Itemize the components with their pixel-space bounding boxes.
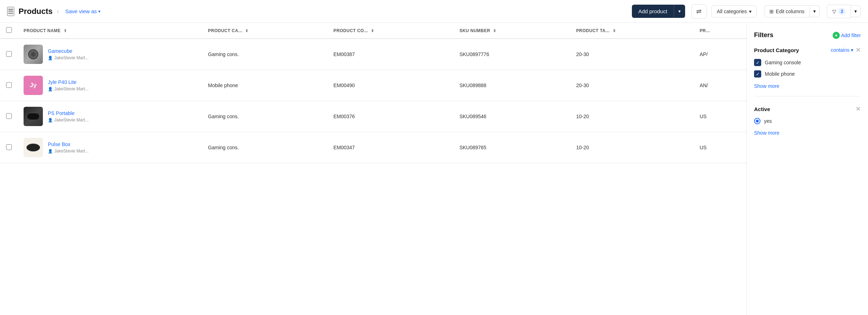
categories-dropdown[interactable]: All categories ▾ (712, 5, 757, 18)
add-filter-label: Add filter (841, 32, 861, 38)
product-image (24, 138, 43, 157)
owner-icon: 👤 (48, 149, 53, 154)
product-name-cell: Gamecube👤JakeStevie Mart... (18, 39, 202, 70)
filter-checkbox-gaming-console[interactable]: ✓ (754, 59, 761, 66)
filter-funnel-icon: ▽ (832, 9, 836, 14)
radio-dot-icon (756, 120, 759, 122)
filter-checkbox-mobile-phone[interactable]: ✓ (754, 70, 761, 78)
table-area: PRODUCT NAME ⬆ PRODUCT CA... ⬍ PRODUCT C… (0, 23, 747, 315)
filter-option-label-mobile-phone: Mobile phone (765, 71, 795, 77)
product-name-link[interactable]: Gamecube (48, 48, 89, 54)
col-header-pr[interactable]: PR... (694, 23, 747, 39)
sort-icon-sku: ⬍ (493, 29, 496, 33)
product-image (24, 45, 43, 64)
filter-radio-yes[interactable]: yes (754, 118, 861, 124)
product-pr-cell: US (694, 101, 747, 132)
sort-icon-product-name: ⬆ (64, 29, 67, 33)
product-code-cell: EM00387 (328, 39, 454, 70)
col-label-product-ta: PRODUCT TA... (576, 28, 610, 33)
edit-columns-arrow-button[interactable]: ▾ (810, 5, 820, 17)
col-header-product-name[interactable]: PRODUCT NAME ⬆ (18, 23, 202, 39)
chevron-down-icon: ▾ (98, 9, 100, 14)
show-more-button-category[interactable]: Show more (754, 83, 779, 89)
product-owner: 👤JakeStevie Mart... (48, 86, 89, 91)
product-name-link[interactable]: PS Portable (48, 110, 89, 116)
filter-option-gaming-console[interactable]: ✓ Gaming console (754, 59, 861, 66)
active-filters-button[interactable]: ▽ 2 (827, 5, 851, 18)
filter-radio-yes-label: yes (764, 118, 772, 124)
product-name-link[interactable]: Jyle P40 Lite (48, 79, 89, 85)
add-product-label: Add product (632, 5, 674, 18)
filter-count-badge: 2 (838, 8, 845, 15)
filter-active-close-button[interactable]: ✕ (855, 105, 861, 113)
sku-number-cell: SKU089765 (454, 132, 570, 163)
col-header-sku[interactable]: SKU NUMBER ⬍ (454, 23, 570, 39)
filter-radio-yes-indicator[interactable] (754, 118, 760, 124)
select-all-checkbox[interactable] (6, 27, 12, 33)
filter-section-product-category-header: Product Category contains ▾ ✕ (754, 46, 861, 54)
checkmark-icon-mobile: ✓ (756, 71, 760, 77)
col-header-product-ca[interactable]: PRODUCT CA... ⬍ (202, 23, 328, 39)
save-view-button[interactable]: Save view as ▾ (63, 7, 103, 16)
owner-icon: 👤 (48, 56, 53, 60)
product-tag-cell: 10-20 (570, 101, 694, 132)
active-filters-chevron-icon: ▾ (854, 9, 857, 14)
sort-icon-product-co: ⬍ (371, 29, 374, 33)
edit-columns-label: Edit columns (776, 9, 804, 14)
top-bar: ☰ Products › Save view as ▾ Add product … (0, 0, 868, 23)
product-name-link[interactable]: Pulse Box (48, 141, 89, 147)
product-code-cell: EM00490 (328, 70, 454, 101)
col-header-product-co[interactable]: PRODUCT CO... ⬍ (328, 23, 454, 39)
product-name-cell: PS Portable👤JakeStevie Mart... (18, 101, 202, 132)
filter-section-product-category: Product Category contains ▾ ✕ ✓ Gaming c… (754, 46, 861, 96)
filter-condition-button[interactable]: contains ▾ (831, 47, 853, 53)
edit-columns-button[interactable]: ⊞ Edit columns (764, 5, 810, 18)
filter-section-active-header: Active ✕ (754, 105, 861, 113)
categories-chevron-icon: ▾ (749, 9, 752, 14)
page-title: Products (19, 7, 53, 16)
row-checkbox[interactable] (6, 113, 12, 119)
product-category-cell: Gaming cons. (202, 39, 328, 70)
row-checkbox[interactable] (6, 82, 12, 88)
col-header-product-ta[interactable]: PRODUCT TA... ⬍ (570, 23, 694, 39)
product-category-cell: Gaming cons. (202, 132, 328, 163)
main-layout: PRODUCT NAME ⬆ PRODUCT CA... ⬍ PRODUCT C… (0, 23, 868, 315)
product-tag-cell: 10-20 (570, 132, 694, 163)
sort-icon-product-ca: ⬍ (245, 29, 248, 33)
col-label-sku: SKU NUMBER (459, 28, 490, 33)
product-image (24, 107, 43, 126)
filters-panel: Filters + Add filter Product Category co… (747, 23, 868, 315)
product-tag-cell: 20-30 (570, 39, 694, 70)
categories-label: All categories (717, 9, 747, 14)
product-pr-cell: AP/ (694, 39, 747, 70)
filter-category-close-button[interactable]: ✕ (855, 46, 861, 54)
product-owner: 👤JakeStevie Mart... (48, 118, 89, 122)
sku-number-cell: SKU0897776 (454, 39, 570, 70)
select-all-header[interactable] (0, 23, 18, 39)
product-pr-cell: AN/ (694, 70, 747, 101)
row-checkbox-cell (0, 132, 18, 163)
hamburger-icon[interactable]: ☰ (7, 7, 14, 16)
col-label-product-co: PRODUCT CO... (333, 28, 368, 33)
add-product-button[interactable]: Add product ▾ (632, 5, 685, 18)
show-more-button-active[interactable]: Show more (754, 130, 779, 136)
row-checkbox[interactable] (6, 144, 12, 150)
edit-columns-chevron-icon: ▾ (813, 9, 816, 14)
filter-option-mobile-phone[interactable]: ✓ Mobile phone (754, 70, 861, 78)
sku-number-cell: SKU089546 (454, 101, 570, 132)
filters-title: Filters (754, 31, 773, 39)
row-checkbox[interactable] (6, 51, 12, 57)
filter-toggle-button[interactable]: ⇌ (692, 4, 707, 19)
active-filters-arrow-button[interactable]: ▾ (851, 5, 861, 17)
owner-label: JakeStevie Mart... (54, 86, 89, 91)
add-filter-button[interactable]: + Add filter (833, 32, 861, 39)
owner-label: JakeStevie Mart... (54, 149, 89, 154)
product-tag-cell: 20-30 (570, 70, 694, 101)
filter-condition-label: contains (831, 47, 849, 53)
product-category-cell: Gaming cons. (202, 101, 328, 132)
row-checkbox-cell (0, 101, 18, 132)
add-filter-plus-icon: + (833, 32, 840, 39)
table-row: PS Portable👤JakeStevie Mart...Gaming con… (0, 101, 747, 132)
owner-label: JakeStevie Mart... (54, 55, 89, 60)
filter-option-label-gaming-console: Gaming console (765, 60, 801, 65)
